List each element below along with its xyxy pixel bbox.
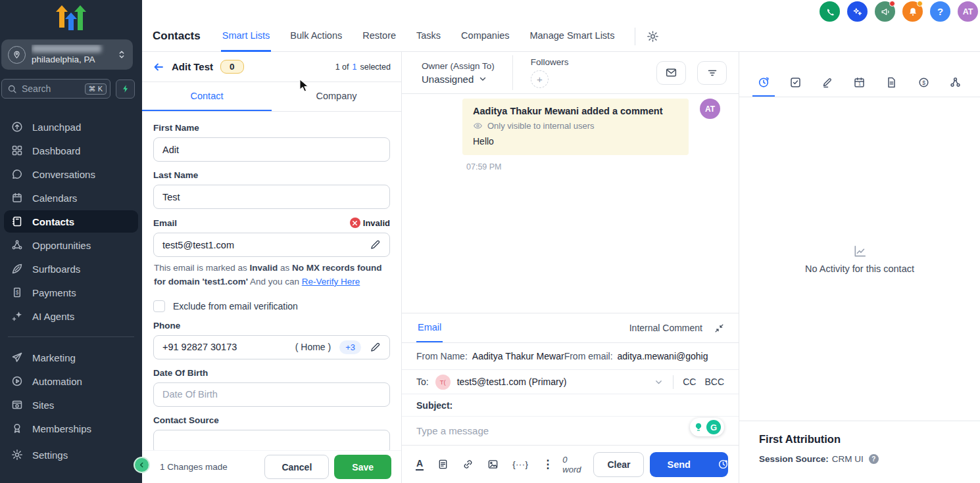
sidebar-item-dashboard[interactable]: Dashboard xyxy=(4,139,138,162)
search-input[interactable] xyxy=(22,83,65,94)
tab-restore[interactable]: Restore xyxy=(361,20,397,52)
email-field[interactable]: test5@test1.com xyxy=(153,233,390,257)
phone-field[interactable]: +91 92827 30173 ( Home ) +3 xyxy=(153,335,390,359)
sidebar-item-launchpad[interactable]: Launchpad xyxy=(4,116,138,138)
text-format-icon[interactable]: A xyxy=(416,458,424,470)
chart-icon xyxy=(853,244,867,258)
cancel-button[interactable]: Cancel xyxy=(264,455,329,479)
filter-action-button[interactable] xyxy=(697,61,727,85)
image-icon[interactable] xyxy=(487,459,499,470)
sidebar: philadelphia, PA ⌘ K xyxy=(0,0,142,483)
user-avatar[interactable]: AT xyxy=(958,1,978,22)
exclude-verification-row: Exclude from email verification xyxy=(153,300,390,312)
email-action-button[interactable] xyxy=(656,61,686,85)
cc-button[interactable]: CC xyxy=(683,377,696,387)
help-icon[interactable]: ? xyxy=(930,1,950,22)
save-button[interactable]: Save xyxy=(334,455,391,479)
recipient-chevron-down-icon[interactable] xyxy=(654,377,664,387)
sidebar-item-conversations[interactable]: Conversations xyxy=(4,163,138,185)
sidebar-item-ai-agents[interactable]: AI Agents xyxy=(4,305,138,327)
tab-tasks[interactable]: Tasks xyxy=(415,20,442,52)
selection-prefix: 1 of xyxy=(335,62,349,72)
email-edit-pencil-icon[interactable] xyxy=(370,239,381,250)
sidebar-item-opportunities[interactable]: Opportunities xyxy=(4,234,138,256)
from-email-label: From email: xyxy=(564,351,613,361)
sidebar-item-surfboards[interactable]: Surfboards xyxy=(4,258,138,280)
contact-source-field[interactable] xyxy=(153,430,390,451)
sidebar-item-sites[interactable]: Sites xyxy=(4,394,138,416)
back-arrow-icon[interactable] xyxy=(153,61,164,73)
quick-actions-button[interactable] xyxy=(116,80,135,99)
schedule-send-icon[interactable] xyxy=(708,452,728,477)
add-follower-button[interactable]: + xyxy=(531,70,549,88)
sidebar-item-settings[interactable]: Settings xyxy=(4,444,138,466)
template-icon[interactable] xyxy=(437,459,449,470)
exclude-verification-checkbox[interactable] xyxy=(153,300,165,312)
invalid-text: Invalid xyxy=(363,218,390,228)
first-name-field[interactable]: Adit xyxy=(153,137,390,162)
internal-comment-card[interactable]: Aaditya Thakur Mewani added a comment On… xyxy=(462,99,689,155)
sidebar-item-memberships[interactable]: Memberships xyxy=(4,417,138,440)
sidebar-item-contacts[interactable]: Contacts xyxy=(4,210,138,233)
sidebar-item-calendars[interactable]: Calendars xyxy=(4,187,138,209)
tab-activity-icon[interactable] xyxy=(752,69,775,97)
contact-name: Adit Test xyxy=(172,61,213,72)
message-body-area[interactable]: Type a message G xyxy=(402,417,739,445)
link-icon[interactable] xyxy=(462,459,474,470)
tab-payments-icon[interactable]: $ xyxy=(912,69,935,97)
bcc-button[interactable]: BCC xyxy=(704,377,724,387)
selection-status: 1 of 1 selected xyxy=(335,62,391,72)
tab-appointments-icon[interactable]: 1 xyxy=(848,69,871,97)
bell-icon[interactable] xyxy=(902,1,923,22)
comment-visibility: Only visible to internal users xyxy=(473,121,678,131)
from-email-field[interactable]: From email: aditya.mewani@gohig xyxy=(564,351,724,361)
tab-manage-smart-lists[interactable]: Manage Smart Lists xyxy=(528,20,616,52)
send-button[interactable]: Send xyxy=(650,452,707,477)
custom-values-icon[interactable]: {···} xyxy=(512,459,528,469)
phone-edit-pencil-icon[interactable] xyxy=(370,342,381,353)
last-name-field[interactable]: Test xyxy=(153,185,390,209)
tab-email[interactable]: Email xyxy=(416,313,443,342)
sidebar-item-marketing[interactable]: Marketing xyxy=(4,346,138,369)
tab-documents-icon[interactable] xyxy=(881,69,903,97)
search-input-wrap[interactable]: ⌘ K xyxy=(1,79,110,99)
tab-smart-lists[interactable]: Smart Lists xyxy=(221,20,272,52)
conversation-actions xyxy=(656,61,727,85)
contacts-settings-gear-icon[interactable] xyxy=(647,20,659,52)
phone-icon[interactable] xyxy=(820,1,840,22)
collapse-sidebar-icon[interactable] xyxy=(135,458,149,472)
phone-more-badge[interactable]: +3 xyxy=(339,340,361,354)
recipient-email[interactable]: test5@test1.com (Primary) xyxy=(457,377,567,387)
invalid-x-icon xyxy=(350,218,360,228)
grammarly-widget[interactable]: G xyxy=(690,418,724,436)
from-name-field[interactable]: From Name: Aaditya Thakur Mewani xyxy=(416,351,564,361)
tab-contact[interactable]: Contact xyxy=(142,82,272,111)
header-divider xyxy=(635,28,635,45)
sidebar-item-automation[interactable]: Automation xyxy=(4,370,138,392)
help-tooltip-icon[interactable]: ? xyxy=(869,454,879,464)
minimize-composer-icon[interactable] xyxy=(714,323,724,333)
megaphone-icon[interactable] xyxy=(875,1,895,22)
tab-internal-comment[interactable]: Internal Comment xyxy=(629,323,702,333)
contact-form: First Name Adit Last Name Test Email xyxy=(142,112,401,451)
sidebar-divider xyxy=(8,336,134,337)
contact-header: Adit Test 0 1 of 1 selected xyxy=(142,52,401,82)
tab-tasks-icon[interactable] xyxy=(785,69,807,97)
tab-bulk-actions[interactable]: Bulk Actions xyxy=(289,20,343,52)
dob-input[interactable] xyxy=(153,382,390,407)
subject-row[interactable]: Subject: xyxy=(402,394,739,417)
owner-dropdown[interactable]: Unassigned xyxy=(422,74,495,85)
more-options-icon[interactable]: ⋮ xyxy=(542,457,553,471)
re-verify-link[interactable]: Re-Verify Here xyxy=(302,277,360,287)
sidebar-item-payments[interactable]: $ Payments xyxy=(4,281,138,304)
tab-notes-icon[interactable] xyxy=(816,69,839,97)
session-source-row: Session Source: CRM UI ? xyxy=(759,454,960,464)
ai-sparkles-icon[interactable] xyxy=(847,1,868,22)
clear-button[interactable]: Clear xyxy=(593,452,644,477)
tab-associations-icon[interactable] xyxy=(944,69,967,97)
dob-label: Date Of Birth xyxy=(153,368,390,378)
tab-companies[interactable]: Companies xyxy=(460,20,510,52)
exclude-verification-label: Exclude from email verification xyxy=(173,301,298,311)
location-switcher[interactable]: philadelphia, PA xyxy=(1,39,133,70)
tab-company[interactable]: Company xyxy=(272,82,401,111)
